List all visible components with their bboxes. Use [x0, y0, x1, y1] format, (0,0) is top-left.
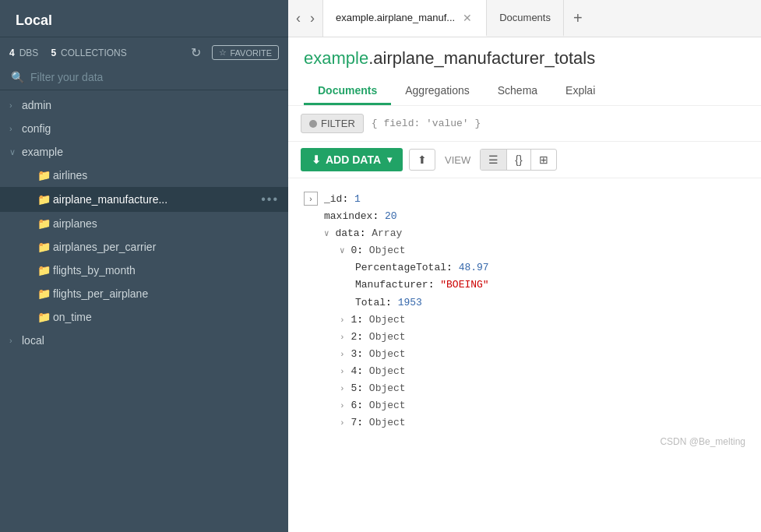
sidebar-item-label: local: [22, 334, 279, 347]
chevron-down-icon: ∨: [9, 147, 22, 157]
filter-label: FILTER: [321, 118, 355, 129]
expand-button[interactable]: ›: [304, 192, 318, 206]
main-area: ‹ › example.airplane_manuf... ✕ Document…: [288, 0, 761, 532]
tab-documents[interactable]: Documents: [487, 0, 564, 37]
tab-close-button[interactable]: ✕: [461, 12, 474, 23]
nav-arrows: ‹ ›: [288, 0, 323, 37]
export-button[interactable]: ⬆: [409, 149, 435, 171]
field-total: Total: 1953: [355, 294, 745, 312]
dbs-label: DBS: [19, 48, 39, 58]
folder-icon: 📁: [37, 287, 53, 300]
field-0-key: 0: [351, 245, 357, 256]
tab-explain-nav[interactable]: Explai: [551, 78, 609, 105]
sidebar-item-local[interactable]: › local: [0, 329, 288, 352]
context-menu-icon[interactable]: •••: [261, 192, 279, 206]
sidebar-item-example[interactable]: ∨ example: [0, 140, 288, 164]
field-data-0: ∨ 0: Object: [340, 242, 745, 259]
tab-add-button[interactable]: +: [564, 0, 592, 37]
dropdown-arrow-icon: ▾: [387, 154, 392, 165]
add-data-icon: ⬇: [312, 153, 321, 166]
view-list-button[interactable]: ☰: [481, 150, 507, 170]
sidebar-title: Local: [0, 0, 288, 37]
field-id-key: _id: [324, 193, 342, 205]
folder-icon: 📁: [37, 217, 53, 230]
field-id: _id: 1: [324, 191, 745, 208]
nav-forward-button[interactable]: ›: [305, 0, 319, 37]
watermark: CSDN @Be_melting: [304, 433, 745, 450]
filter-bar: FILTER { field: 'value' }: [288, 106, 761, 142]
chevron-right-icon: ›: [9, 100, 22, 110]
folder-icon: 📁: [37, 169, 53, 181]
add-data-label: ADD DATA: [326, 153, 381, 166]
tab-label: example.airplane_manuf...: [336, 12, 455, 23]
folder-icon: 📁: [37, 311, 53, 323]
collection-name: airplane_manufacturer_totals: [373, 48, 595, 68]
sidebar-item-label: airplane_manufacture...: [53, 193, 261, 206]
tab-bar: ‹ › example.airplane_manuf... ✕ Document…: [288, 0, 761, 37]
collapsed-item: › 2: Object: [340, 329, 745, 346]
sidebar-item-airlines[interactable]: 📁 airlines: [0, 164, 288, 187]
dbs-count: 4: [9, 48, 15, 58]
sidebar-item-config[interactable]: › config: [0, 117, 288, 140]
sidebar-item-label: airplanes: [53, 217, 279, 230]
favorite-label: FAVORITE: [230, 48, 272, 58]
sidebar-item-admin[interactable]: › admin: [0, 93, 288, 117]
collapsed-item: › 5: Object: [340, 380, 745, 397]
refresh-button[interactable]: ↻: [191, 45, 201, 60]
sidebar-item-airplanes-per-carrier[interactable]: 📁 airplanes_per_carrier: [0, 235, 288, 259]
collapsed-item: › 4: Object: [340, 363, 745, 380]
chevron-right-icon: ›: [9, 336, 22, 345]
sidebar-item-airplanes[interactable]: 📁 airplanes: [0, 212, 288, 235]
sidebar-list: › admin › config ∨ example 📁 airlines 📁 …: [0, 90, 288, 532]
folder-icon: 📁: [37, 241, 53, 253]
filter-button[interactable]: FILTER: [301, 114, 364, 133]
sidebar-item-flights-per-airplane[interactable]: 📁 flights_per_airplane: [0, 282, 288, 305]
field-pct-value: 48.97: [459, 262, 489, 273]
sidebar-item-label: admin: [22, 99, 279, 111]
collapsed-item: › 1: Object: [340, 312, 745, 329]
folder-icon: 📁: [37, 264, 53, 277]
sidebar-item-flights-by-month[interactable]: 📁 flights_by_month: [0, 259, 288, 282]
field-id-value: 1: [354, 193, 361, 205]
field-pct-key: PercentageTotal: [355, 262, 446, 273]
filter-expression: { field: 'value' }: [372, 118, 749, 129]
field-data-key: data: [335, 227, 359, 239]
view-toggle: ☰ {} ⊞: [480, 149, 556, 171]
tab-label: Documents: [499, 12, 551, 23]
field-mfr-key: Manufacturer: [355, 279, 428, 291]
sidebar-item-label: example: [22, 146, 279, 158]
title-bar: example.airplane_manufacturer_totals Doc…: [288, 37, 761, 106]
tab-collection[interactable]: example.airplane_manuf... ✕: [323, 0, 487, 37]
nav-back-button[interactable]: ‹: [291, 0, 305, 37]
collapsed-item: › 7: Object: [340, 414, 745, 432]
filter-dot-icon: [309, 120, 317, 128]
collections-count: 5: [51, 48, 56, 58]
tab-documents-nav[interactable]: Documents: [304, 78, 391, 105]
tab-schema-nav[interactable]: Schema: [484, 78, 551, 105]
sidebar-item-label: airlines: [53, 169, 279, 181]
sidebar-item-airplane-manufacturer[interactable]: 📁 airplane_manufacture... •••: [0, 187, 288, 212]
view-grid-button[interactable]: ⊞: [531, 150, 556, 170]
sidebar-item-label: airplanes_per_carrier: [53, 241, 279, 253]
collapsed-item: › 3: Object: [340, 346, 745, 363]
tab-aggregations-nav[interactable]: Aggregations: [391, 78, 484, 105]
search-input[interactable]: [30, 71, 277, 83]
collections-label: COLLECTIONS: [61, 48, 127, 58]
favorite-button[interactable]: ☆ FAVORITE: [212, 45, 279, 60]
view-brace-button[interactable]: {}: [507, 150, 530, 170]
view-label: VIEW: [445, 154, 470, 166]
field-total-key: Total: [355, 297, 386, 308]
search-icon: 🔍: [11, 71, 24, 83]
field-mfr-value: "BOEING": [440, 279, 488, 291]
toolbar: ⬇ ADD DATA ▾ ⬆ VIEW ☰ {} ⊞: [288, 142, 761, 178]
add-data-button[interactable]: ⬇ ADD DATA ▾: [301, 148, 403, 171]
document-row: › _id: 1 maxindex: 20 ∨ data: Array ∨ 0:: [304, 191, 745, 432]
sidebar-item-label: config: [22, 122, 279, 135]
nav-tabs: Documents Aggregations Schema Explai: [304, 78, 745, 105]
sidebar-stats: 4 DBS 5 COLLECTIONS ↻ ☆ FAVORITE: [0, 37, 288, 65]
field-0-type: Object: [369, 245, 406, 256]
field-maxindex-key: maxindex: [324, 210, 372, 222]
field-maxindex-value: 20: [385, 210, 397, 222]
sidebar-item-on-time[interactable]: 📁 on_time: [0, 305, 288, 329]
field-manufacturer: Manufacturer: "BOEING": [355, 277, 745, 294]
